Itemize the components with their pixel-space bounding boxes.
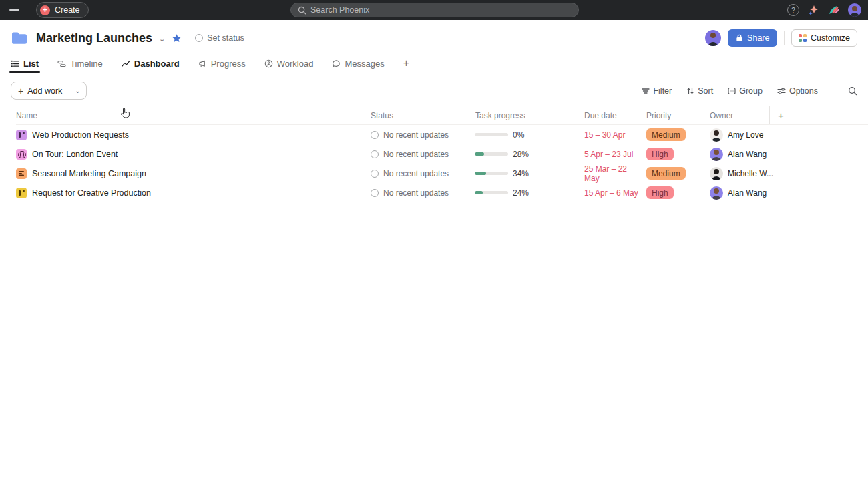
status-circle-icon (371, 189, 379, 197)
status-circle-icon (371, 131, 379, 139)
group-button[interactable]: Group (728, 86, 763, 96)
share-button[interactable]: Share (728, 29, 777, 47)
favorite-star-icon[interactable] (172, 33, 182, 43)
customize-label: Customize (811, 33, 850, 43)
options-button[interactable]: Options (777, 86, 818, 96)
project-name[interactable]: Web Production Requests (32, 130, 129, 140)
task-progress-cell[interactable]: 24% (471, 183, 579, 202)
due-date[interactable]: 15 Apr – 6 May (584, 188, 638, 198)
task-progress-cell[interactable]: 34% (471, 164, 579, 183)
help-button[interactable]: ? (787, 4, 799, 16)
add-column-button[interactable]: + (769, 106, 796, 124)
list-search-button[interactable] (848, 86, 857, 96)
column-header-status[interactable]: Status (371, 106, 471, 124)
project-icon (16, 149, 27, 160)
filter-button[interactable]: Filter (642, 86, 672, 96)
priority-badge[interactable]: Medium (646, 128, 686, 141)
group-icon (728, 87, 736, 95)
status-cell[interactable]: No recent updates (371, 164, 471, 183)
priority-badge[interactable]: Medium (646, 167, 686, 180)
status-ring-icon (195, 34, 203, 42)
owner-cell[interactable]: Alan Wang (705, 144, 769, 164)
priority-badge[interactable]: High (646, 186, 674, 199)
lock-icon (736, 34, 743, 42)
project-header: Marketing Launches ⌄ Set status Share Cu… (0, 20, 868, 47)
owner-avatar (710, 167, 723, 180)
sort-icon (686, 87, 694, 95)
view-tabs: List Timeline Dashboard Progress Workloa… (0, 55, 868, 72)
global-search-input[interactable]: Search Phoenix (290, 3, 579, 17)
tab-dashboard[interactable]: Dashboard (122, 55, 180, 72)
tab-workload[interactable]: Workload (264, 55, 314, 72)
page-title[interactable]: Marketing Launches (36, 31, 152, 45)
status-cell[interactable]: No recent updates (371, 125, 471, 144)
phoenix-logo-icon[interactable] (827, 3, 841, 17)
status-circle-icon (371, 150, 379, 158)
tab-timeline[interactable]: Timeline (57, 55, 103, 72)
table-body: Web Production Requests No recent update… (0, 125, 868, 202)
set-status-label: Set status (207, 33, 244, 43)
plus-icon: + (18, 86, 23, 96)
member-avatar[interactable] (705, 30, 721, 46)
sort-button[interactable]: Sort (686, 86, 713, 96)
list-toolbar: + Add work ⌄ Filter Sort (0, 72, 868, 106)
project-name[interactable]: On Tour: London Event (32, 150, 118, 159)
progress-bar (475, 133, 508, 136)
project-name[interactable]: Seasonal Marketing Campaign (32, 169, 146, 178)
user-avatar[interactable] (848, 3, 861, 17)
table-row[interactable]: On Tour: London Event No recent updates … (16, 144, 868, 164)
task-progress-cell[interactable]: 28% (471, 144, 579, 164)
status-circle-icon (371, 170, 379, 178)
chevron-down-icon[interactable]: ⌄ (159, 35, 165, 43)
task-progress-cell[interactable]: 0% (471, 125, 579, 144)
due-date[interactable]: 25 Mar – 22 May (584, 164, 642, 183)
column-header-priority[interactable]: Priority (642, 106, 705, 124)
dashboard-icon (122, 59, 130, 68)
search-icon (298, 6, 306, 15)
search-placeholder: Search Phoenix (310, 5, 369, 15)
owner-avatar (710, 128, 723, 142)
priority-badge[interactable]: High (646, 148, 674, 160)
options-sliders-icon (777, 87, 786, 95)
due-date[interactable]: 5 Apr – 23 Jul (584, 150, 633, 159)
status-cell[interactable]: No recent updates (371, 183, 471, 202)
table-row[interactable]: Web Production Requests No recent update… (16, 125, 868, 144)
tab-list[interactable]: List (11, 55, 39, 72)
owner-cell[interactable]: Amy Love (705, 125, 769, 144)
tab-messages[interactable]: Messages (332, 55, 384, 72)
search-icon (848, 86, 857, 96)
chat-bubble-icon (332, 59, 341, 68)
customize-grid-icon (799, 34, 807, 42)
owner-cell[interactable]: Michelle W... (705, 164, 769, 183)
project-name[interactable]: Request for Creative Production (32, 188, 151, 198)
add-work-button[interactable]: + Add work ⌄ (11, 82, 87, 100)
top-navigation-bar: + Create Search Phoenix ? (0, 0, 868, 20)
column-header-due-date[interactable]: Due date (579, 106, 642, 124)
set-status-button[interactable]: Set status (195, 33, 244, 43)
owner-name: Michelle W... (728, 169, 773, 178)
owner-avatar (710, 148, 723, 161)
progress-percent: 28% (513, 150, 529, 159)
add-work-dropdown[interactable]: ⌄ (69, 82, 85, 99)
table-row[interactable]: Request for Creative Production No recen… (16, 183, 868, 202)
create-button[interactable]: + Create (36, 2, 89, 18)
column-header-owner[interactable]: Owner (705, 106, 769, 124)
table-row[interactable]: Seasonal Marketing Campaign No recent up… (16, 164, 868, 183)
status-text: No recent updates (383, 130, 449, 140)
project-icon (16, 188, 27, 198)
due-date[interactable]: 15 – 30 Apr (584, 130, 625, 140)
list-icon (11, 59, 19, 68)
status-cell[interactable]: No recent updates (371, 144, 471, 164)
tab-progress[interactable]: Progress (198, 55, 246, 72)
progress-percent: 34% (513, 169, 529, 178)
ai-sparkle-icon[interactable] (807, 3, 820, 17)
create-label: Create (55, 5, 80, 15)
owner-cell[interactable]: Alan Wang (705, 183, 769, 202)
owner-name: Amy Love (728, 130, 763, 140)
column-header-name[interactable]: Name (16, 106, 371, 124)
add-view-button[interactable]: + (403, 57, 409, 69)
menu-icon[interactable] (9, 1, 27, 19)
customize-button[interactable]: Customize (791, 29, 857, 47)
column-header-task-progress[interactable]: Task progress (471, 106, 579, 124)
workload-icon (264, 59, 273, 68)
